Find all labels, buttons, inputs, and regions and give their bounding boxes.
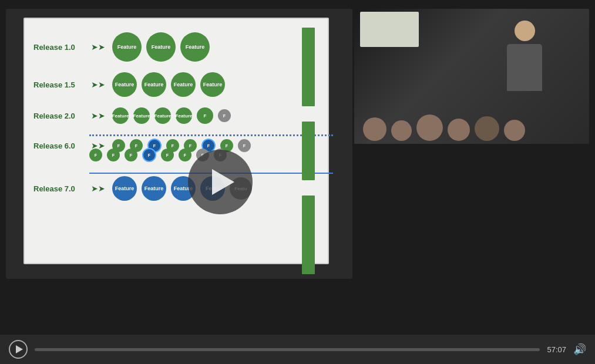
video-player: Release 1.0 ➤➤ Feature Feature Feature R… — [0, 0, 595, 364]
feature-circle: Feature — [180, 32, 210, 62]
feature-circle: Feature — [112, 72, 137, 97]
release-7-label: Release 7.0 — [33, 184, 86, 193]
feature-circle: F — [197, 107, 213, 124]
play-button[interactable] — [9, 340, 28, 359]
feature-circle: F — [125, 149, 137, 161]
progress-bar[interactable] — [35, 348, 540, 351]
dark-area — [360, 153, 595, 279]
sidebar-segment — [302, 122, 315, 180]
speaker-background — [354, 9, 589, 144]
release-15-arrows: ➤➤ — [91, 80, 105, 89]
slide-sidebar — [302, 28, 315, 274]
main-slide: Release 1.0 ➤➤ Feature Feature Feature R… — [6, 9, 352, 279]
feature-circle: Feature — [200, 72, 225, 97]
sidebar-segment — [302, 196, 315, 274]
feature-circle: F — [107, 149, 120, 161]
feature-circle: F — [218, 109, 231, 122]
play-triangle-icon — [212, 169, 234, 195]
release-7-arrows: ➤➤ — [91, 184, 105, 193]
feature-circle: Feature — [154, 107, 171, 124]
release-1-label: Release 1.0 — [33, 43, 86, 52]
sidebar-segment — [302, 28, 315, 106]
slide-inner: Release 1.0 ➤➤ Feature Feature Feature R… — [23, 18, 329, 264]
speaker-body — [507, 44, 542, 91]
speaker-figure — [507, 21, 542, 91]
feature-circle: Feature — [133, 107, 150, 124]
release-row-7: Release 7.0 ➤➤ Feature Feature Feature F… — [33, 176, 333, 201]
feature-circle: F — [238, 139, 251, 152]
release-1-arrows: ➤➤ — [91, 42, 105, 52]
feature-circle: Feature — [142, 72, 166, 97]
audience-area — [354, 85, 589, 144]
release-2-label: Release 2.0 — [33, 112, 86, 120]
sidebar-segment-gap — [302, 108, 315, 120]
slide-rows: Release 1.0 ➤➤ Feature Feature Feature R… — [33, 28, 333, 216]
release-2-arrows: ➤➤ — [91, 111, 105, 120]
release-6-label: Release 6.0 — [33, 141, 86, 150]
audience-member — [504, 120, 525, 141]
feature-circle: Feature — [176, 107, 192, 124]
audience-member — [448, 119, 470, 141]
feature-circle: F — [161, 149, 174, 161]
audience-member — [391, 120, 412, 141]
play-overlay-button[interactable] — [188, 150, 253, 214]
audience-member — [416, 114, 443, 141]
feature-circle: F — [142, 148, 156, 162]
sidebar-segment-gap — [302, 182, 315, 194]
speaker-video — [354, 9, 589, 144]
video-content: Release 1.0 ➤➤ Feature Feature Feature R… — [0, 0, 595, 364]
feature-circle: Feature — [142, 176, 166, 201]
feature-circle: Feature — [112, 32, 142, 62]
play-icon — [16, 345, 23, 353]
feature-circle: F — [89, 149, 102, 161]
feature-circle: Feature — [171, 72, 196, 97]
release-row-1: Release 1.0 ➤➤ Feature Feature Feature — [33, 32, 333, 62]
dotted-separator — [89, 134, 333, 136]
speaker-head — [515, 21, 535, 41]
audience-member — [363, 117, 386, 141]
feature-circle: Feature — [112, 176, 137, 201]
presentation-screen — [360, 12, 419, 47]
time-display: 57:07 — [547, 345, 566, 354]
feature-circle: Feature — [146, 32, 176, 62]
audience-member — [475, 116, 499, 141]
release-row-2: Release 2.0 ➤➤ Feature Feature Feature F… — [33, 107, 333, 124]
release-row-15: Release 1.5 ➤➤ Feature Feature Feature F… — [33, 72, 333, 97]
feature-circle: Feature — [112, 107, 129, 124]
release-15-label: Release 1.5 — [33, 80, 86, 89]
controls-bar: 57:07 🔊 — [0, 335, 595, 364]
volume-icon[interactable]: 🔊 — [573, 343, 586, 356]
feature-circle: F — [179, 149, 191, 161]
